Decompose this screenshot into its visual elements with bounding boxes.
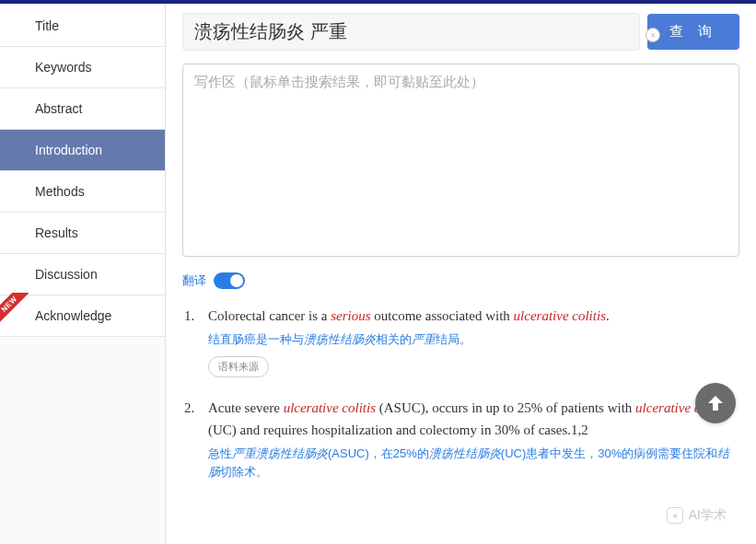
- sidebar-item-results[interactable]: Results: [0, 213, 165, 254]
- result-en: Colorectal cancer is a serious outcome a…: [208, 308, 610, 323]
- sidebar: Title Keywords Abstract Introduction Met…: [0, 4, 166, 544]
- sidebar-item-acknowledge[interactable]: Acknowledge: [0, 295, 165, 337]
- sidebar-item-methods[interactable]: Methods: [0, 171, 165, 213]
- sidebar-item-label: Acknowledge: [35, 308, 111, 323]
- highlight: ulcerative colitis: [514, 308, 606, 323]
- arrow-up-icon: [704, 392, 727, 414]
- watermark: ✦ AI学术: [667, 507, 727, 524]
- result-item[interactable]: Colorectal cancer is a serious outcome a…: [182, 306, 739, 377]
- search-input[interactable]: [194, 21, 608, 42]
- sidebar-item-discussion[interactable]: Discussion: [0, 254, 165, 295]
- result-en: Acute severe ulcerative colitis (ASUC), …: [208, 400, 727, 436]
- result-item[interactable]: Acute severe ulcerative colitis (ASUC), …: [182, 398, 739, 481]
- scroll-top-button[interactable]: [695, 383, 736, 423]
- search-box: [182, 13, 640, 51]
- highlight: serious: [331, 308, 370, 323]
- sidebar-item-abstract[interactable]: Abstract: [0, 88, 165, 130]
- query-button[interactable]: 查 询: [647, 14, 739, 50]
- search-row: × 查 询: [182, 13, 739, 51]
- translate-label: 翻译: [182, 272, 206, 289]
- result-translation: 急性严重溃疡性结肠炎(ASUC)，在25%的溃疡性结肠炎(UC)患者中发生，30…: [208, 445, 739, 481]
- translate-toggle[interactable]: [214, 272, 245, 289]
- sidebar-item-keywords[interactable]: Keywords: [0, 47, 165, 88]
- clear-icon[interactable]: ×: [646, 28, 660, 42]
- result-translation: 结直肠癌是一种与溃疡性结肠炎相关的严重结局。: [208, 330, 739, 349]
- sidebar-item-title[interactable]: Title: [0, 6, 165, 47]
- sidebar-item-introduction[interactable]: Introduction: [0, 130, 165, 171]
- main-panel: × 查 询 翻译 Colorectal cancer is a serious …: [166, 4, 756, 544]
- watermark-text: AI学术: [689, 507, 727, 524]
- translate-row: 翻译: [182, 272, 739, 289]
- wechat-icon: ✦: [667, 507, 683, 524]
- new-badge: [0, 293, 31, 328]
- highlight: ulcerative colitis: [284, 400, 376, 415]
- write-area[interactable]: [182, 64, 739, 257]
- source-button[interactable]: 语料来源: [208, 356, 269, 377]
- results-list: Colorectal cancer is a serious outcome a…: [182, 306, 739, 481]
